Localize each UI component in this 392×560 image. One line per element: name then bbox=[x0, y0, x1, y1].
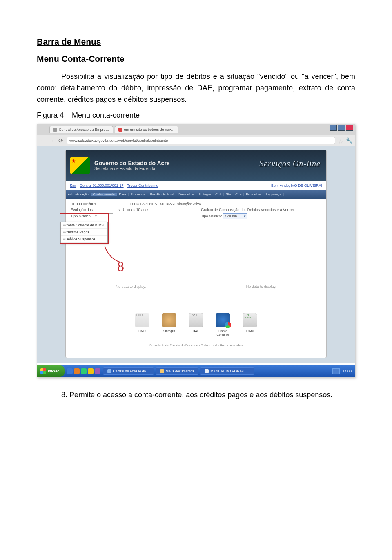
task-label-3: MANUAL DO PORTAL … bbox=[210, 369, 249, 373]
screenshot-figure: Central de Acesso da Empre… em um site o… bbox=[37, 124, 355, 377]
dropdown-icms[interactable]: Conta Corrente de ICMS bbox=[61, 222, 107, 229]
quick-launch bbox=[67, 368, 100, 374]
ultimos-anos: s - Últimos 10 anos bbox=[118, 208, 149, 212]
tipo-grafico-label-left: Tipo Grafico: bbox=[71, 214, 91, 218]
shortcut-label-cnd: CND bbox=[138, 329, 145, 333]
menu-sintegra[interactable]: Sintegra bbox=[196, 193, 213, 196]
menu-conta-corrente-dropdown: Conta Corrente de ICMS Créditos Pagos Dé… bbox=[60, 222, 108, 243]
shortcut-conta-corrente[interactable]: Conta Corrente bbox=[213, 313, 233, 336]
menu-pendencia[interactable]: Pendência fiscal bbox=[148, 193, 176, 196]
start-button[interactable]: Iniciar bbox=[37, 365, 65, 377]
shortcut-icons-row: CND Sintegra DAE Conta Corrente DAM bbox=[66, 313, 326, 336]
ql-firefox-icon[interactable] bbox=[74, 368, 80, 374]
tipo-grafico-select[interactable]: Column bbox=[223, 213, 247, 219]
link-sair[interactable]: Sair bbox=[70, 184, 76, 188]
browser-tab-1[interactable]: Central de Acesso da Empre… bbox=[49, 126, 113, 133]
figure-caption: Figura 4 – Menu conta-corrente bbox=[37, 111, 355, 120]
wrench-icon[interactable]: 🔧 bbox=[346, 137, 352, 144]
menu-conta-corrente[interactable]: Conta corrente bbox=[91, 193, 117, 196]
banner-services-title: Serviços On-line bbox=[259, 159, 321, 168]
link-central[interactable]: Central 01.000.001/001-17 bbox=[80, 184, 124, 188]
menu-cte[interactable]: Ct-e bbox=[233, 193, 244, 196]
banner-line2: Secretaria de Estado da Fazenda bbox=[94, 166, 170, 171]
link-bar: Sair Central 01.000.001/001-17 Trocar Co… bbox=[66, 181, 326, 190]
word-icon bbox=[205, 369, 209, 373]
task-label-2: Meus documentos bbox=[166, 369, 194, 373]
windows-logo-icon bbox=[40, 368, 46, 374]
doc-title: Barra de Menus bbox=[37, 37, 355, 47]
menu-seguranca[interactable]: Segurança bbox=[263, 193, 284, 196]
menu-cnd[interactable]: Cnd bbox=[213, 193, 224, 196]
url-text: www.sefazdev.ac.gov.br/sefazweb/servlet/… bbox=[69, 139, 168, 143]
dae-icon bbox=[189, 313, 203, 327]
ql-ie-icon[interactable] bbox=[67, 368, 73, 374]
shortcut-dam[interactable]: DAM bbox=[240, 313, 260, 336]
main-menu: Administração Conta corrente Dam Process… bbox=[66, 190, 326, 199]
browser-chrome: Central de Acesso da Empre… em um site o… bbox=[37, 124, 355, 146]
forward-button[interactable]: → bbox=[49, 137, 55, 144]
tab-label-1: Central de Acesso da Empre… bbox=[59, 128, 109, 132]
intro-paragraph: Possibilita a visualização por tipo de d… bbox=[37, 71, 355, 105]
clock: 14:00 bbox=[342, 369, 352, 373]
minimize-button[interactable] bbox=[330, 125, 337, 131]
shortcut-sintegra[interactable]: Sintegra bbox=[159, 313, 179, 336]
maximize-button[interactable] bbox=[338, 125, 345, 131]
no-data-left: No data to display. bbox=[71, 284, 191, 289]
menu-dam[interactable]: Dam bbox=[117, 193, 129, 196]
sintegra-icon bbox=[162, 313, 176, 327]
shortcut-label-sintegra: Sintegra bbox=[163, 329, 175, 333]
favicon-icon bbox=[53, 128, 57, 132]
bookmark-icon[interactable]: ☆ bbox=[338, 138, 343, 143]
task-label-1: Central de Acesso da… bbox=[113, 369, 149, 373]
menu-administracao[interactable]: Administração bbox=[66, 193, 91, 196]
link-trocar[interactable]: Trocar Contribuinte bbox=[127, 184, 158, 188]
dam-icon bbox=[243, 313, 257, 327]
portal-banner: Governo do Estado do Acre Secretaria de … bbox=[66, 150, 326, 181]
system-tray: 14:00 bbox=[332, 368, 355, 374]
shortcut-cnd[interactable]: CND bbox=[132, 313, 152, 336]
portal-footer: ..:: Secretaria de Estado da Fazenda - T… bbox=[66, 343, 326, 347]
window-controls bbox=[330, 125, 353, 131]
start-label: Iniciar bbox=[48, 369, 59, 373]
dropdown-debitos[interactable]: Débitos Suspensos bbox=[61, 236, 107, 243]
reload-button[interactable]: ⟳ bbox=[58, 137, 64, 144]
tray-icon[interactable] bbox=[332, 368, 340, 374]
folder-icon bbox=[160, 369, 164, 373]
favicon-icon bbox=[118, 128, 122, 132]
task-documentos[interactable]: Meus documentos bbox=[156, 367, 198, 375]
back-button[interactable]: ← bbox=[40, 137, 46, 144]
grafico-label: Gráfico de Composição dos Débitos Vencid… bbox=[201, 208, 321, 212]
menu-fac[interactable]: Fac online bbox=[244, 193, 263, 196]
situacao-text: …O DA FAZENDA - NORMAL Situação: Ativo bbox=[127, 202, 201, 206]
item-8-paragraph: 8. Permite o acesso a conta-corrente, ao… bbox=[37, 390, 355, 401]
url-bar[interactable]: www.sefazdev.ac.gov.br/sefazweb/servlet/… bbox=[67, 137, 335, 144]
menu-nfe[interactable]: Nfe bbox=[224, 193, 233, 196]
conta-corrente-icon bbox=[216, 313, 230, 327]
reg-number: 01.000.001/001-… bbox=[71, 202, 101, 206]
banner-line1: Governo do Estado do Acre bbox=[94, 160, 170, 166]
ql-desktop-icon[interactable] bbox=[95, 368, 100, 374]
close-button[interactable] bbox=[346, 125, 353, 131]
welcome-text: Bem-vindo, IVO DE OLIVEIRA! bbox=[271, 184, 322, 188]
dropdown-creditos[interactable]: Créditos Pagos bbox=[61, 229, 107, 236]
task-manual[interactable]: MANUAL DO PORTAL … bbox=[200, 367, 254, 375]
shortcut-label-dae: DAE bbox=[193, 329, 199, 333]
tipo-grafico-left-input[interactable]: C bbox=[93, 213, 113, 219]
menu-dae-online[interactable]: Dae online bbox=[176, 193, 196, 196]
browser-tab-2[interactable]: em um site os botoes de nav… bbox=[115, 126, 178, 133]
tipo-grafico-label-right: Tipo Grafico: bbox=[201, 214, 222, 218]
shortcut-label-dam: DAM bbox=[246, 329, 254, 333]
tab-label-2: em um site os botoes de nav… bbox=[124, 128, 175, 132]
task-central[interactable]: Central de Acesso da… bbox=[103, 367, 154, 375]
ql-app-icon[interactable] bbox=[81, 368, 87, 374]
evolucao-label: Evolução dos … bbox=[71, 208, 98, 212]
chrome-icon bbox=[107, 369, 111, 373]
cnd-icon bbox=[135, 313, 149, 327]
windows-taskbar: Iniciar Central de Acesso da… Meus docum… bbox=[37, 365, 355, 377]
acre-flag-icon bbox=[70, 157, 90, 174]
ql-wmp-icon[interactable] bbox=[88, 368, 94, 374]
callout-number: 8 bbox=[117, 259, 124, 274]
no-data-right: No data to display. bbox=[201, 284, 321, 289]
shortcut-dae[interactable]: DAE bbox=[186, 313, 206, 336]
menu-processos[interactable]: Processos bbox=[129, 193, 148, 196]
